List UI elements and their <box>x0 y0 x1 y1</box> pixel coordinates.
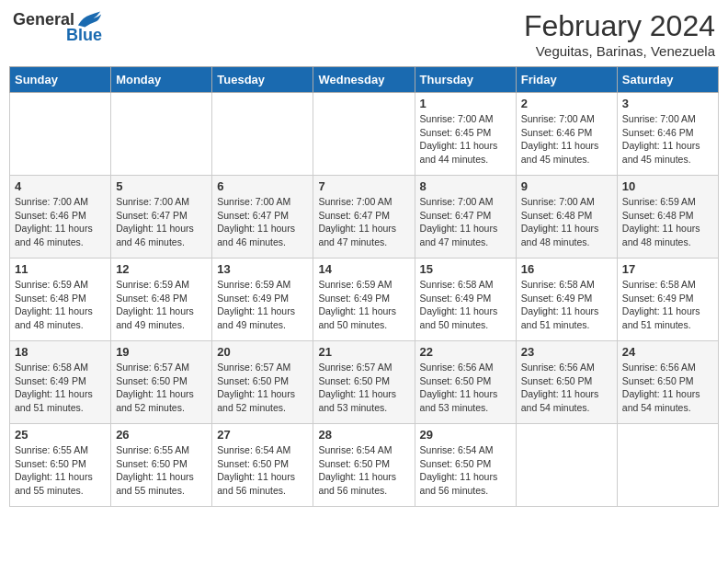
calendar-cell: 17Sunrise: 6:58 AM Sunset: 6:49 PM Dayli… <box>617 259 718 341</box>
day-number: 17 <box>622 262 713 276</box>
calendar-cell <box>617 424 718 507</box>
day-info: Sunrise: 6:56 AM Sunset: 6:50 PM Dayligh… <box>521 361 612 415</box>
calendar-cell: 28Sunrise: 6:54 AM Sunset: 6:50 PM Dayli… <box>313 424 415 507</box>
calendar-cell: 18Sunrise: 6:58 AM Sunset: 6:49 PM Dayli… <box>10 341 111 424</box>
calendar-cell: 10Sunrise: 6:59 AM Sunset: 6:48 PM Dayli… <box>617 176 718 259</box>
month-year-title: February 2024 <box>524 9 715 43</box>
calendar-table: SundayMondayTuesdayWednesdayThursdayFrid… <box>9 66 719 507</box>
calendar-cell: 15Sunrise: 6:58 AM Sunset: 6:49 PM Dayli… <box>415 259 516 341</box>
logo-blue: Blue <box>66 26 102 45</box>
calendar-cell: 27Sunrise: 6:54 AM Sunset: 6:50 PM Dayli… <box>212 424 313 507</box>
calendar-cell <box>516 424 617 507</box>
calendar-cell: 21Sunrise: 6:57 AM Sunset: 6:50 PM Dayli… <box>313 341 415 424</box>
calendar-cell: 25Sunrise: 6:55 AM Sunset: 6:50 PM Dayli… <box>10 424 111 507</box>
day-number: 16 <box>521 262 612 276</box>
day-info: Sunrise: 6:57 AM Sunset: 6:50 PM Dayligh… <box>217 361 308 415</box>
calendar-cell: 3Sunrise: 7:00 AM Sunset: 6:46 PM Daylig… <box>617 93 718 176</box>
day-info: Sunrise: 7:00 AM Sunset: 6:46 PM Dayligh… <box>15 195 106 249</box>
calendar-cell: 9Sunrise: 7:00 AM Sunset: 6:48 PM Daylig… <box>516 176 617 259</box>
day-number: 4 <box>15 179 106 193</box>
calendar-cell: 8Sunrise: 7:00 AM Sunset: 6:47 PM Daylig… <box>415 176 516 259</box>
day-number: 2 <box>521 97 612 110</box>
calendar-cell <box>313 93 415 176</box>
calendar-cell: 29Sunrise: 6:54 AM Sunset: 6:50 PM Dayli… <box>415 424 516 507</box>
calendar-cell: 12Sunrise: 6:59 AM Sunset: 6:48 PM Dayli… <box>111 259 212 341</box>
day-info: Sunrise: 6:54 AM Sunset: 6:50 PM Dayligh… <box>217 443 308 498</box>
day-number: 21 <box>318 345 409 359</box>
day-number: 22 <box>420 345 511 359</box>
day-info: Sunrise: 6:59 AM Sunset: 6:49 PM Dayligh… <box>217 278 308 332</box>
calendar-cell <box>212 93 313 176</box>
day-number: 10 <box>622 179 713 193</box>
day-info: Sunrise: 6:55 AM Sunset: 6:50 PM Dayligh… <box>15 443 106 498</box>
day-info: Sunrise: 7:00 AM Sunset: 6:47 PM Dayligh… <box>116 195 207 249</box>
day-info: Sunrise: 6:54 AM Sunset: 6:50 PM Dayligh… <box>318 443 409 498</box>
day-info: Sunrise: 6:58 AM Sunset: 6:49 PM Dayligh… <box>622 278 713 332</box>
calendar-cell: 23Sunrise: 6:56 AM Sunset: 6:50 PM Dayli… <box>516 341 617 424</box>
day-info: Sunrise: 6:55 AM Sunset: 6:50 PM Dayligh… <box>116 443 207 498</box>
calendar-cell: 19Sunrise: 6:57 AM Sunset: 6:50 PM Dayli… <box>111 341 212 424</box>
calendar-cell: 22Sunrise: 6:56 AM Sunset: 6:50 PM Dayli… <box>415 341 516 424</box>
weekday-header-monday: Monday <box>111 67 212 93</box>
day-number: 19 <box>116 345 207 359</box>
day-info: Sunrise: 6:58 AM Sunset: 6:49 PM Dayligh… <box>15 361 106 415</box>
day-number: 23 <box>521 345 612 359</box>
logo-general: General <box>13 10 74 29</box>
day-number: 27 <box>217 428 308 442</box>
day-info: Sunrise: 7:00 AM Sunset: 6:47 PM Dayligh… <box>318 195 409 249</box>
day-info: Sunrise: 6:56 AM Sunset: 6:50 PM Dayligh… <box>420 361 511 415</box>
day-info: Sunrise: 6:57 AM Sunset: 6:50 PM Dayligh… <box>116 361 207 415</box>
day-number: 28 <box>318 428 409 442</box>
calendar-week-row: 11Sunrise: 6:59 AM Sunset: 6:48 PM Dayli… <box>10 259 719 341</box>
weekday-header-wednesday: Wednesday <box>313 67 415 93</box>
day-number: 24 <box>622 345 713 359</box>
day-info: Sunrise: 6:56 AM Sunset: 6:50 PM Dayligh… <box>622 361 713 415</box>
day-info: Sunrise: 6:58 AM Sunset: 6:49 PM Dayligh… <box>521 278 612 332</box>
calendar-week-row: 4Sunrise: 7:00 AM Sunset: 6:46 PM Daylig… <box>10 176 719 259</box>
calendar-cell: 4Sunrise: 7:00 AM Sunset: 6:46 PM Daylig… <box>10 176 111 259</box>
day-number: 13 <box>217 262 308 276</box>
day-number: 7 <box>318 179 409 193</box>
weekday-header-row: SundayMondayTuesdayWednesdayThursdayFrid… <box>10 67 719 93</box>
day-number: 25 <box>15 428 106 442</box>
title-block: February 2024 Veguitas, Barinas, Venezue… <box>524 9 715 59</box>
day-number: 3 <box>622 97 713 110</box>
day-number: 5 <box>116 179 207 193</box>
page-header: General Blue February 2024 Veguitas, Bar… <box>9 9 719 59</box>
calendar-cell: 6Sunrise: 7:00 AM Sunset: 6:47 PM Daylig… <box>212 176 313 259</box>
calendar-cell: 5Sunrise: 7:00 AM Sunset: 6:47 PM Daylig… <box>111 176 212 259</box>
day-number: 15 <box>420 262 511 276</box>
day-number: 11 <box>15 262 106 276</box>
weekday-header-saturday: Saturday <box>617 67 718 93</box>
calendar-cell: 7Sunrise: 7:00 AM Sunset: 6:47 PM Daylig… <box>313 176 415 259</box>
calendar-cell: 2Sunrise: 7:00 AM Sunset: 6:46 PM Daylig… <box>516 93 617 176</box>
day-number: 6 <box>217 179 308 193</box>
calendar-cell: 24Sunrise: 6:56 AM Sunset: 6:50 PM Dayli… <box>617 341 718 424</box>
day-info: Sunrise: 6:57 AM Sunset: 6:50 PM Dayligh… <box>318 361 409 415</box>
calendar-cell: 16Sunrise: 6:58 AM Sunset: 6:49 PM Dayli… <box>516 259 617 341</box>
day-info: Sunrise: 6:59 AM Sunset: 6:48 PM Dayligh… <box>116 278 207 332</box>
weekday-header-sunday: Sunday <box>10 67 111 93</box>
calendar-week-row: 25Sunrise: 6:55 AM Sunset: 6:50 PM Dayli… <box>10 424 719 507</box>
calendar-week-row: 1Sunrise: 7:00 AM Sunset: 6:45 PM Daylig… <box>10 93 719 176</box>
day-info: Sunrise: 6:59 AM Sunset: 6:48 PM Dayligh… <box>622 195 713 249</box>
day-number: 9 <box>521 179 612 193</box>
day-info: Sunrise: 6:59 AM Sunset: 6:48 PM Dayligh… <box>15 278 106 332</box>
calendar-cell <box>10 93 111 176</box>
day-info: Sunrise: 7:00 AM Sunset: 6:46 PM Dayligh… <box>521 112 612 167</box>
day-info: Sunrise: 7:00 AM Sunset: 6:47 PM Dayligh… <box>217 195 308 249</box>
day-info: Sunrise: 7:00 AM Sunset: 6:46 PM Dayligh… <box>622 112 713 167</box>
day-number: 26 <box>116 428 207 442</box>
day-info: Sunrise: 6:58 AM Sunset: 6:49 PM Dayligh… <box>420 278 511 332</box>
day-number: 20 <box>217 345 308 359</box>
weekday-header-friday: Friday <box>516 67 617 93</box>
day-info: Sunrise: 7:00 AM Sunset: 6:48 PM Dayligh… <box>521 195 612 249</box>
weekday-header-thursday: Thursday <box>415 67 516 93</box>
calendar-cell: 11Sunrise: 6:59 AM Sunset: 6:48 PM Dayli… <box>10 259 111 341</box>
day-number: 12 <box>116 262 207 276</box>
logo: General Blue <box>13 9 102 45</box>
weekday-header-tuesday: Tuesday <box>212 67 313 93</box>
calendar-cell <box>111 93 212 176</box>
day-info: Sunrise: 7:00 AM Sunset: 6:47 PM Dayligh… <box>420 195 511 249</box>
day-number: 18 <box>15 345 106 359</box>
